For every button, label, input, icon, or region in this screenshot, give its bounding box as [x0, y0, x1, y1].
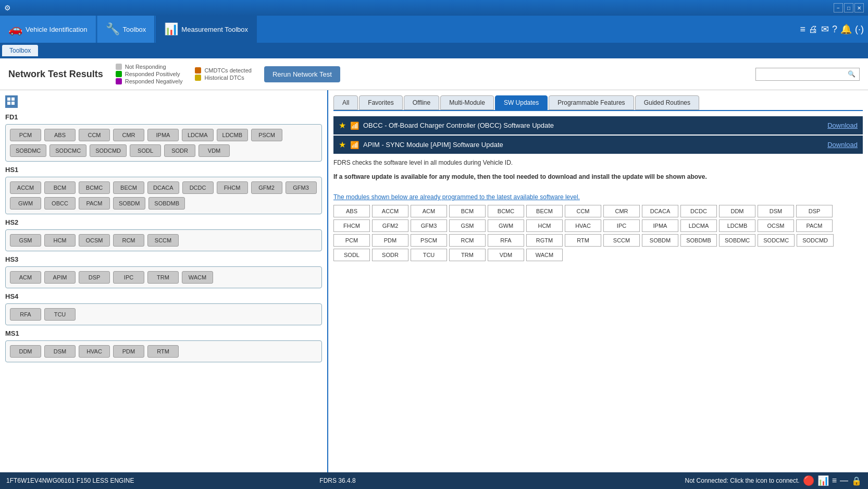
sw-tab-guided-routines[interactable]: Guided Routines: [635, 95, 699, 110]
tab-measurement-toolbox[interactable]: 📊 Measurement Toolbox: [156, 16, 257, 43]
programmed-module-btn[interactable]: RGTM: [526, 234, 563, 247]
module-btn-sobdmc[interactable]: SOBDMC: [10, 144, 46, 157]
module-btn-gsm[interactable]: GSM: [10, 234, 41, 247]
programmed-module-btn[interactable]: DCDC: [680, 205, 717, 217]
sw-tab-sw-updates[interactable]: SW Updates: [495, 95, 548, 110]
programmed-module-btn[interactable]: RCM: [449, 234, 486, 247]
programmed-module-btn[interactable]: RFA: [488, 234, 524, 247]
module-btn-vdm[interactable]: VDM: [199, 144, 230, 157]
search-input[interactable]: [760, 70, 848, 78]
module-btn-ldcmb[interactable]: LDCMB: [217, 129, 249, 141]
print-icon[interactable]: 🖨: [809, 24, 818, 35]
programmed-module-btn[interactable]: ABS: [333, 205, 370, 217]
programmed-module-btn[interactable]: SOBDM: [642, 234, 678, 247]
module-btn-obcc[interactable]: OBCC: [44, 197, 76, 210]
programmed-module-btn[interactable]: SCCM: [603, 234, 640, 247]
programmed-module-btn[interactable]: HCM: [526, 219, 563, 232]
programmed-module-btn[interactable]: BECM: [526, 205, 563, 217]
close-button[interactable]: ✕: [854, 3, 864, 13]
maximize-button[interactable]: □: [844, 3, 853, 13]
radio-icon[interactable]: (·): [855, 24, 864, 35]
programmed-module-btn[interactable]: LDCMB: [719, 219, 755, 232]
module-btn-dcdc[interactable]: DCDC: [182, 181, 214, 194]
module-btn-sodcmc[interactable]: SODCMC: [49, 144, 86, 157]
programmed-module-btn[interactable]: GWM: [488, 219, 524, 232]
module-btn-abs[interactable]: ABS: [44, 129, 76, 141]
programmed-module-btn[interactable]: PSCM: [411, 234, 447, 247]
menu-icon[interactable]: ≡: [800, 24, 805, 35]
module-btn-pscm[interactable]: PSCM: [251, 129, 282, 141]
programmed-module-btn[interactable]: SOBDMB: [680, 234, 717, 247]
module-btn-bcm[interactable]: BCM: [44, 181, 76, 194]
dash-icon[interactable]: —: [840, 476, 848, 485]
programmed-module-btn[interactable]: SODCMD: [797, 234, 834, 247]
programmed-module-btn[interactable]: TCU: [411, 249, 447, 261]
programmed-module-btn[interactable]: WACM: [526, 249, 563, 261]
programmed-module-btn[interactable]: PCM: [333, 234, 370, 247]
lock-icon[interactable]: 🔒: [851, 476, 862, 486]
module-btn-ddm[interactable]: DDM: [10, 345, 41, 358]
module-btn-pcm[interactable]: PCM: [10, 129, 41, 141]
module-btn-sobdm[interactable]: SOBDM: [113, 197, 145, 210]
module-btn-accm[interactable]: ACCM: [10, 181, 41, 194]
module-btn-sodl[interactable]: SODL: [130, 144, 161, 157]
tab-toolbox[interactable]: 🔧 Toolbox: [97, 16, 155, 43]
bell-icon[interactable]: 🔔: [840, 23, 852, 35]
sw-tab-offline[interactable]: Offline: [404, 95, 439, 110]
module-btn-apim[interactable]: APIM: [44, 271, 76, 284]
star-icon[interactable]: ★: [339, 120, 346, 130]
programmed-module-btn[interactable]: OCSM: [758, 219, 794, 232]
list-icon[interactable]: ≡: [832, 476, 837, 485]
programmed-module-btn[interactable]: RTM: [565, 234, 601, 247]
minimize-button[interactable]: −: [834, 3, 843, 13]
module-btn-trm[interactable]: TRM: [147, 271, 179, 284]
module-btn-pdm[interactable]: PDM: [113, 345, 144, 358]
module-btn-gfm2[interactable]: GFM2: [251, 181, 282, 194]
module-btn-ipc[interactable]: IPC: [113, 271, 144, 284]
module-btn-sobdmb[interactable]: SOBDMB: [148, 197, 185, 210]
programmed-module-btn[interactable]: TRM: [449, 249, 486, 261]
programmed-module-btn[interactable]: LDCMA: [680, 219, 717, 232]
red-icon[interactable]: 🔴: [803, 475, 814, 486]
module-btn-rfa[interactable]: RFA: [10, 308, 41, 321]
module-btn-becm[interactable]: BECM: [113, 181, 144, 194]
sw-tab-programmable-features[interactable]: Programmable Features: [549, 95, 634, 110]
rerun-network-test-button[interactable]: Rerun Network Test: [264, 66, 340, 82]
download-button[interactable]: Download: [827, 121, 858, 129]
programmed-module-btn[interactable]: CMR: [603, 205, 640, 217]
programmed-module-btn[interactable]: ACM: [411, 205, 447, 217]
programmed-module-btn[interactable]: VDM: [488, 249, 524, 261]
search-icon[interactable]: 🔍: [848, 70, 855, 78]
module-btn-rcm[interactable]: RCM: [113, 234, 144, 247]
programmed-module-btn[interactable]: CCM: [565, 205, 601, 217]
module-btn-ldcma[interactable]: LDCMA: [182, 129, 214, 141]
module-btn-sodcmd[interactable]: SODCMD: [90, 144, 127, 157]
module-btn-ccm[interactable]: CCM: [79, 129, 110, 141]
programmed-module-btn[interactable]: GSM: [449, 219, 486, 232]
module-btn-rtm[interactable]: RTM: [147, 345, 179, 358]
programmed-module-btn[interactable]: SOBDMC: [719, 234, 755, 247]
module-btn-cmr[interactable]: CMR: [113, 129, 144, 141]
help-icon[interactable]: ?: [832, 24, 837, 35]
download-button[interactable]: Download: [827, 141, 858, 149]
module-btn-bcmc[interactable]: BCMC: [79, 181, 110, 194]
programmed-module-btn[interactable]: FHCM: [333, 219, 370, 232]
bar-chart-icon[interactable]: 📊: [817, 475, 829, 486]
sw-tab-all[interactable]: All: [333, 95, 358, 110]
module-btn-dcaca[interactable]: DCACA: [147, 181, 179, 194]
programmed-module-btn[interactable]: PDM: [372, 234, 408, 247]
tab-vehicle-identification[interactable]: 🚗 Vehicle Identification: [0, 16, 96, 43]
module-btn-dsp[interactable]: DSP: [79, 271, 110, 284]
programmed-module-btn[interactable]: PACM: [796, 219, 833, 232]
programmed-module-btn[interactable]: DSM: [758, 205, 794, 217]
module-btn-tcu[interactable]: TCU: [44, 308, 76, 321]
module-btn-gwm[interactable]: GWM: [10, 197, 41, 210]
sw-tab-multi-module[interactable]: Multi-Module: [440, 95, 494, 110]
module-btn-gfm3[interactable]: GFM3: [286, 181, 317, 194]
module-btn-hvac[interactable]: HVAC: [79, 345, 110, 358]
module-btn-sodr[interactable]: SODR: [164, 144, 195, 157]
star-icon[interactable]: ★: [339, 140, 346, 150]
module-btn-wacm[interactable]: WACM: [182, 271, 213, 284]
programmed-module-btn[interactable]: SODCMC: [758, 234, 795, 247]
info-link[interactable]: The modules shown below are already prog…: [333, 193, 580, 201]
